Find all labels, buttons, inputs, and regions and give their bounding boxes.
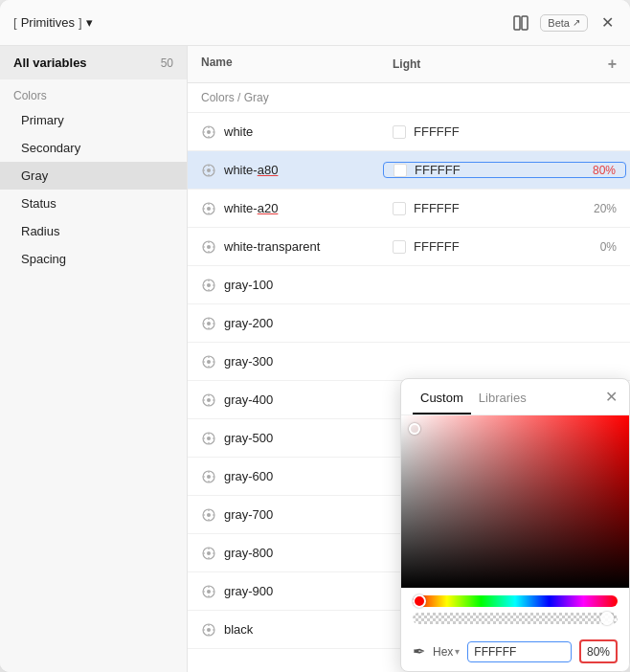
- sidebar-item-radius[interactable]: Radius: [0, 217, 187, 245]
- tab-libraries[interactable]: Libraries: [471, 387, 534, 414]
- variable-name-cell: gray-400: [188, 392, 379, 408]
- alpha-slider[interactable]: [413, 613, 618, 624]
- color-variable-icon: [201, 469, 216, 484]
- hex-input-wrapper: [467, 641, 572, 662]
- app-header: [ Primitives ] ▾ Beta ↗ ✕: [0, 0, 630, 46]
- beta-badge[interactable]: Beta ↗: [540, 14, 588, 32]
- color-variable-icon: [201, 354, 216, 370]
- variable-value-cell[interactable]: FFFFFF: [379, 124, 630, 139]
- variable-name-cell: white-a20: [188, 201, 379, 216]
- sidebar-item-secondary[interactable]: Secondary: [0, 134, 187, 162]
- svg-point-33: [207, 322, 211, 325]
- variable-value-cell[interactable]: FFFFFF80%: [383, 162, 626, 178]
- alpha-handle[interactable]: [600, 612, 614, 625]
- picker-hex-row: ✒ Hex ▾ 80%: [401, 632, 629, 671]
- color-variable-icon: [201, 584, 216, 599]
- variable-name-text: white-transparent: [224, 239, 320, 254]
- opacity-value[interactable]: 80%: [587, 645, 610, 659]
- picker-tabs: Custom Libraries ✕: [401, 379, 629, 415]
- picker-close-button[interactable]: ✕: [605, 388, 618, 414]
- svg-point-81: [207, 628, 211, 632]
- hue-handle[interactable]: [413, 594, 426, 608]
- variable-name-cell: gray-900: [188, 584, 379, 599]
- all-variables-item[interactable]: All variables 50: [0, 46, 187, 79]
- variable-name-cell: gray-800: [188, 546, 379, 561]
- hex-label[interactable]: Hex ▾: [433, 645, 460, 659]
- variable-name-text: white: [224, 124, 253, 139]
- svg-point-63: [207, 513, 211, 517]
- color-variable-icon: [201, 316, 216, 331]
- variable-name-text: gray-600: [224, 469, 273, 483]
- hex-input[interactable]: [474, 645, 541, 659]
- table-row[interactable]: whiteFFFFFF: [188, 113, 630, 151]
- hue-slider[interactable]: [413, 595, 618, 607]
- color-gradient-area[interactable]: [401, 415, 629, 588]
- table-row[interactable]: gray-200: [188, 304, 630, 343]
- gradient-handle[interactable]: [409, 423, 420, 435]
- variable-name-cell: gray-300: [188, 354, 379, 370]
- variable-name-cell: gray-100: [188, 278, 379, 293]
- breadcrumb: Colors / Gray: [188, 83, 630, 113]
- color-variable-icon: [201, 392, 216, 408]
- close-button[interactable]: ✕: [597, 13, 617, 33]
- variable-name-text: gray-400: [224, 392, 273, 407]
- variable-name-cell: white: [188, 124, 379, 140]
- variable-value-cell[interactable]: FFFFFF20%: [379, 201, 630, 215]
- color-variable-icon: [201, 124, 216, 140]
- color-swatch: [393, 240, 406, 254]
- color-variable-icon: [201, 239, 216, 255]
- table-row[interactable]: white-transparentFFFFFF0%: [188, 228, 630, 266]
- header-title[interactable]: [ Primitives ] ▾: [13, 15, 93, 30]
- external-link-icon: ↗: [573, 17, 580, 28]
- sidebar-item-status[interactable]: Status: [0, 190, 187, 217]
- variable-name-cell: gray-500: [188, 431, 379, 446]
- variable-name-text: gray-500: [224, 431, 273, 445]
- color-variable-icon: [201, 201, 216, 216]
- color-variable-icon: [201, 546, 216, 561]
- table-row[interactable]: gray-300: [188, 343, 630, 381]
- header-icons: Beta ↗ ✕: [511, 13, 617, 33]
- variable-name-cell: gray-700: [188, 507, 379, 523]
- sidebar: All variables 50 Colors Primary Secondar…: [0, 46, 188, 672]
- primitives-label: Primitives: [21, 15, 75, 30]
- svg-point-69: [207, 551, 211, 555]
- svg-point-75: [207, 590, 211, 594]
- opacity-value-text: 80%: [593, 164, 616, 177]
- color-variable-icon: [201, 278, 216, 293]
- layout-icon[interactable]: [511, 13, 530, 33]
- color-variable-icon: [201, 163, 216, 178]
- tab-custom[interactable]: Custom: [413, 387, 471, 414]
- color-variable-icon: [201, 622, 216, 638]
- svg-point-15: [207, 207, 211, 211]
- sidebar-item-gray[interactable]: Gray: [0, 162, 187, 190]
- opacity-value-text: 20%: [594, 202, 617, 215]
- variable-name-text: gray-200: [224, 316, 273, 330]
- eyedropper-icon[interactable]: ✒: [413, 642, 425, 661]
- sidebar-item-spacing[interactable]: Spacing: [0, 245, 187, 273]
- svg-point-39: [207, 360, 211, 364]
- variable-value-cell[interactable]: FFFFFF0%: [379, 239, 630, 254]
- variable-name-cell: gray-200: [188, 316, 379, 331]
- color-variable-icon: [201, 507, 216, 523]
- dropdown-chevron-icon[interactable]: ▾: [86, 15, 93, 30]
- name-column-header: Name: [188, 46, 379, 82]
- color-hex-value: FFFFFF: [414, 239, 460, 254]
- table-row[interactable]: gray-100: [188, 266, 630, 304]
- svg-point-57: [207, 475, 211, 479]
- svg-point-45: [207, 398, 211, 402]
- table-row[interactable]: white-a20FFFFFF20%: [188, 190, 630, 228]
- table-row[interactable]: white-a80FFFFFF80%: [188, 151, 630, 190]
- color-hex-value: FFFFFF: [414, 201, 460, 215]
- color-variable-icon: [201, 431, 216, 446]
- variable-name-cell: gray-600: [188, 469, 379, 484]
- variable-name-cell: white-a80: [188, 163, 379, 178]
- variable-name-text: white-a20: [224, 201, 278, 215]
- color-hex-value: FFFFFF: [414, 124, 460, 139]
- variable-name-text: white-a80: [224, 163, 278, 177]
- all-variables-label: All variables: [13, 56, 87, 70]
- sidebar-item-primary[interactable]: Primary: [0, 106, 187, 134]
- svg-point-51: [207, 437, 211, 440]
- variable-name-text: gray-700: [224, 507, 273, 522]
- all-variables-count: 50: [161, 56, 173, 70]
- add-column-button[interactable]: +: [608, 56, 617, 73]
